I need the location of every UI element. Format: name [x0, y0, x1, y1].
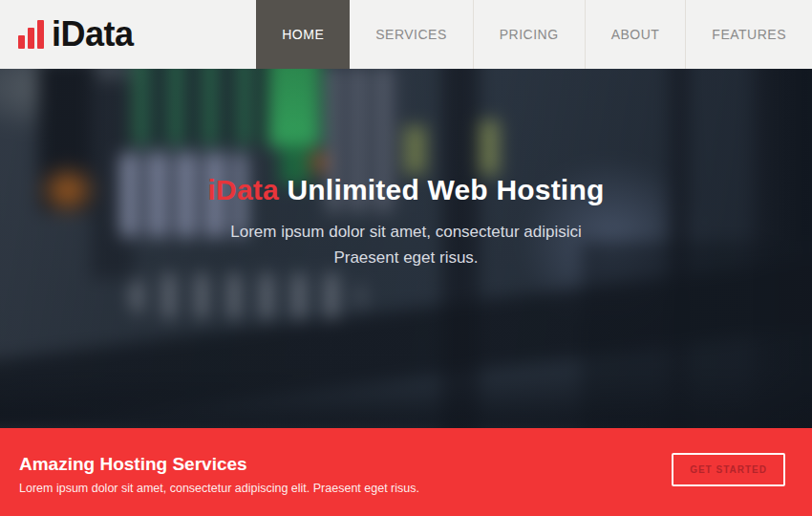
- get-started-button[interactable]: GET STARTED: [672, 453, 785, 486]
- nav-item-pricing[interactable]: PRICING: [473, 0, 585, 69]
- hero-content: iData Unlimited Web Hosting Lorem ipsum …: [0, 174, 812, 270]
- hero-subtitle-line1: Lorem ipsum dolor sit amet, consectetur …: [0, 219, 812, 245]
- cta-copy: Amazing Hosting Services Lorem ipsum dol…: [19, 450, 419, 495]
- hero-section: iData Unlimited Web Hosting Lorem ipsum …: [0, 69, 812, 428]
- main-nav: HOME SERVICES PRICING ABOUT FEATURES: [256, 0, 812, 69]
- nav-item-about[interactable]: ABOUT: [585, 0, 686, 69]
- hero-title: iData Unlimited Web Hosting: [0, 174, 812, 206]
- hero-subtitle: Lorem ipsum dolor sit amet, consectetur …: [0, 219, 812, 270]
- cta-bar: Amazing Hosting Services Lorem ipsum dol…: [0, 428, 812, 516]
- cta-text: Lorem ipsum dolor sit amet, consectetur …: [19, 482, 419, 495]
- site-header: iData HOME SERVICES PRICING ABOUT FEATUR…: [0, 0, 812, 69]
- brand-logo[interactable]: iData: [0, 0, 134, 69]
- hero-subtitle-line2: Praesent eget risus.: [0, 245, 812, 270]
- nav-item-home[interactable]: HOME: [256, 0, 350, 69]
- nav-item-services[interactable]: SERVICES: [350, 0, 473, 69]
- nav-item-features[interactable]: FEATURES: [685, 0, 812, 69]
- hero-title-rest: Unlimited Web Hosting: [279, 174, 605, 205]
- brand-name: iData: [52, 14, 134, 54]
- bar-chart-icon: [18, 20, 44, 49]
- cta-heading: Amazing Hosting Services: [19, 454, 419, 475]
- hero-title-highlight: iData: [208, 174, 279, 205]
